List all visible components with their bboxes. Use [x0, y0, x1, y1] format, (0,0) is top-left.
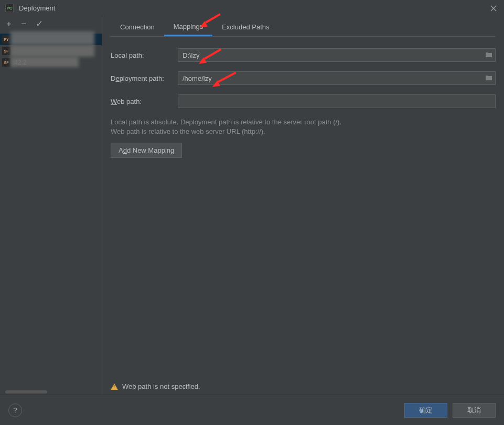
folder-icon[interactable]	[485, 75, 492, 82]
window-title: Deployment	[19, 4, 55, 12]
sidebar-toolbar: + − ✓	[0, 16, 102, 31]
close-icon	[490, 5, 497, 12]
web-path-label: Web path:	[111, 98, 178, 105]
dialog-footer: ? 确定 取消	[0, 395, 504, 425]
warning-text: Web path is not specified.	[122, 382, 200, 390]
server-sidebar: + − ✓ PY SF SF :42:2	[0, 16, 102, 395]
web-path-input[interactable]	[178, 94, 496, 108]
sftp-icon: SF	[2, 47, 10, 55]
server-list: PY SF SF :42:2	[0, 31, 102, 395]
sftp-icon: SF	[2, 58, 10, 67]
tab-mappings[interactable]: Mappings	[164, 17, 212, 36]
tabs: Connection Mappings Excluded Paths	[111, 16, 496, 37]
scrollbar[interactable]	[5, 390, 47, 394]
close-button[interactable]	[487, 2, 500, 15]
tab-connection[interactable]: Connection	[111, 18, 164, 36]
local-path-label: Local path:	[111, 51, 178, 59]
app-icon: PC	[5, 4, 14, 12]
warning-icon	[111, 384, 118, 390]
cancel-button[interactable]: 取消	[453, 403, 496, 418]
mappings-form: Local path: Deployment path:	[111, 37, 496, 158]
deployment-path-label: Deployment path:	[111, 75, 178, 82]
help-button[interactable]: ?	[8, 403, 22, 417]
title-bar: PC Deployment	[0, 0, 504, 16]
ok-button[interactable]: 确定	[404, 403, 447, 418]
apply-button[interactable]: ✓	[36, 19, 43, 28]
content-area: Connection Mappings Excluded Paths Local…	[102, 16, 504, 395]
remove-server-button[interactable]: −	[21, 19, 26, 28]
add-new-mapping-button[interactable]: Add New Mapping	[111, 143, 182, 158]
add-server-button[interactable]: +	[6, 19, 12, 28]
deployment-path-input[interactable]	[178, 71, 496, 85]
local-path-input[interactable]	[178, 48, 496, 62]
help-text: Local path is absolute. Deployment path …	[111, 118, 496, 136]
warning-bar: Web path is not specified.	[111, 376, 496, 395]
folder-icon[interactable]	[485, 51, 492, 59]
python-icon: PY	[2, 35, 10, 44]
tab-excluded-paths[interactable]: Excluded Paths	[212, 18, 278, 36]
